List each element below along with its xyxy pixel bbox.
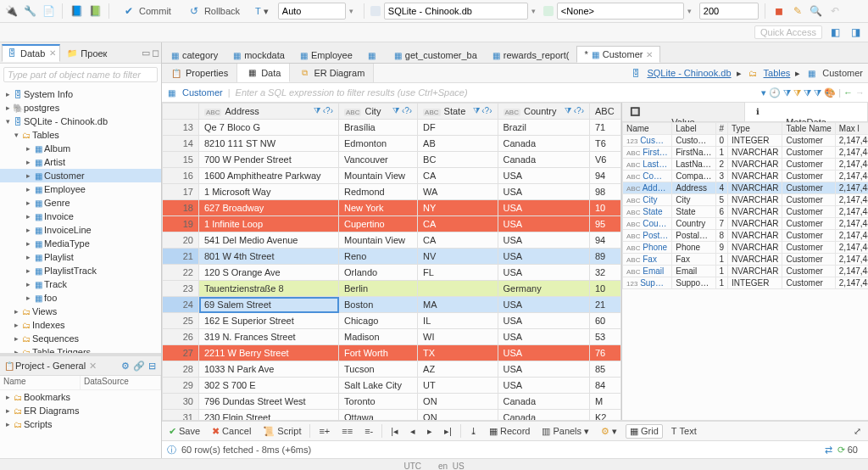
meta-row[interactable]: ABC Add…Address4NVARCHARCustomer2,147,48…: [623, 182, 869, 194]
table-row[interactable]: 13Qe 7 Bloco GBrasíliaDFBrazil71: [163, 120, 621, 136]
stop-icon[interactable]: ◼: [771, 3, 787, 19]
meta-row[interactable]: ABC First…FirstNa…1NVARCHARCustomer2,147…: [623, 147, 869, 159]
projects-tab[interactable]: 📁Проек: [62, 44, 111, 62]
navigator-filter-input[interactable]: Type part of object name to filter: [3, 67, 158, 82]
editor-tab-1[interactable]: ▦mockdata: [225, 47, 292, 63]
project-item-er-diagrams[interactable]: ▸🗂ER Diagrams: [0, 404, 161, 417]
minimize-icon[interactable]: ▭: [142, 48, 150, 59]
nav-next-icon[interactable]: ▸: [424, 425, 436, 438]
close-icon[interactable]: ✕: [49, 48, 56, 58]
meta-row[interactable]: ABC Cou…Country7NVARCHARCustomer2,147,48…: [623, 218, 869, 230]
meta-row[interactable]: 123 Cus…Custo…0INTEGERCustomer2,147,483: [623, 135, 869, 147]
tree-table-genre[interactable]: ▸▦Genre: [0, 196, 161, 210]
nav-back-icon[interactable]: ←: [843, 87, 853, 98]
table-row[interactable]: 25162 E Superior StreetChicagoILUSA60: [163, 313, 621, 329]
refresh-rows-icon[interactable]: ⟳ 60: [832, 445, 863, 456]
meta-row[interactable]: ABC CityCity5NVARCHARCustomer2,147,483: [623, 194, 869, 206]
script-button[interactable]: 📜Script: [259, 425, 304, 438]
meta-row[interactable]: ABC EmailEmail1NVARCHARCustomer2,147,483: [623, 266, 869, 277]
tree-table-customer[interactable]: ▸▦Customer: [0, 169, 161, 182]
nav-prev-icon[interactable]: ◂: [407, 425, 419, 438]
sub-tab-er-diagram[interactable]: ⧉ER Diagram: [290, 64, 374, 82]
schema-selector[interactable]: ▾: [543, 3, 696, 20]
tree-table-invoiceline[interactable]: ▸▦InvoiceLine: [0, 223, 161, 237]
edit-row-icon[interactable]: ≡+: [315, 425, 333, 437]
tree-table-playlisttrack[interactable]: ▸▦PlaylistTrack: [0, 264, 161, 277]
sql-filter-input[interactable]: Enter a SQL expression to filter results…: [236, 87, 468, 98]
metadata-grid[interactable]: NameLabel#TypeTable NameMax l 123 Cus…Cu…: [622, 122, 868, 289]
breadcrumb-tables[interactable]: Tables: [764, 68, 791, 78]
close-icon[interactable]: ✕: [89, 361, 97, 372]
colors-icon[interactable]: 🎨: [824, 87, 836, 98]
table-row[interactable]: 30796 Dundas Street WestTorontoONCanadaM: [163, 394, 621, 410]
editor-tab-5[interactable]: ▦rewards_report(: [485, 47, 577, 63]
nav-fwd-icon[interactable]: →: [855, 87, 865, 98]
nav-last-icon[interactable]: ▸|: [441, 425, 455, 438]
table-row[interactable]: 23Tauentzienstraße 8BerlinGermany10: [163, 281, 621, 297]
open-sql-editor-icon[interactable]: 📘: [69, 3, 84, 19]
text-mode-button[interactable]: TText: [668, 425, 700, 437]
quick-access-input[interactable]: Quick Access: [754, 25, 822, 39]
editor-tab-6[interactable]: ▦Customer✕: [576, 46, 660, 63]
scroll-lock-icon[interactable]: ⇄: [825, 445, 832, 456]
sub-tab-properties[interactable]: 📋Properties: [162, 64, 237, 82]
meta-row[interactable]: ABC PhonePhone9NVARCHARCustomer2,147,483: [623, 242, 869, 254]
apply-filter-icon[interactable]: ▾: [761, 87, 766, 98]
collapse-icon[interactable]: ⊟: [147, 361, 158, 372]
project-item-bookmarks[interactable]: ▸🗂Bookmarks: [0, 390, 161, 404]
table-row[interactable]: 148210 111 ST NWEdmontonABCanadaT6: [163, 136, 621, 152]
column-header-state[interactable]: ABCState⧩ ‹?›: [418, 104, 498, 120]
column-header-city[interactable]: ABCCity⧩ ‹?›: [339, 104, 418, 120]
editor-tab-0[interactable]: ▦category: [164, 47, 225, 63]
open-script-icon[interactable]: 📗: [87, 3, 103, 19]
revert-icon[interactable]: ↶: [827, 3, 843, 19]
close-icon[interactable]: ✕: [646, 50, 653, 59]
filter-custom-icon[interactable]: ⧩: [793, 87, 801, 98]
search-icon[interactable]: 🔍: [809, 3, 824, 19]
filter-refresh-icon[interactable]: ⧩: [814, 87, 821, 98]
project-item-scripts[interactable]: ▸🗂Scripts: [0, 417, 161, 431]
sub-tab-data[interactable]: ▦Data: [237, 64, 290, 82]
tree-table-employee[interactable]: ▸▦Employee: [0, 182, 161, 196]
cancel-button[interactable]: ✖Cancel: [209, 425, 254, 438]
column-header-extra[interactable]: ABC: [590, 104, 621, 120]
history-icon[interactable]: 🕘: [769, 87, 781, 98]
maximize-icon[interactable]: ◻: [152, 48, 159, 59]
database-selector[interactable]: ▾: [370, 3, 540, 20]
new-sql-icon[interactable]: 📄: [41, 3, 56, 19]
column-header-country[interactable]: ABCCountry⧩ ‹?›: [498, 104, 590, 120]
table-row[interactable]: 18627 BroadwayNew YorkNYUSA10: [163, 200, 621, 216]
meta-row[interactable]: ABC Last…LastNa…2NVARCHARCustomer2,147,4…: [623, 159, 869, 171]
nav-first-icon[interactable]: |◂: [387, 425, 402, 438]
database-navigator-tab[interactable]: 🗄Datab✕: [2, 44, 60, 62]
meta-row[interactable]: 123 Sup…Suppo…1INTEGERCustomer2,147,483: [623, 277, 869, 289]
settings-icon[interactable]: ⚙▾: [598, 425, 620, 438]
column-header-address[interactable]: ABCAddress⧩ ‹?›: [199, 104, 339, 120]
database-tree[interactable]: ▸🗄System Info ▸🐘postgres ▾🗄SQLite - Chin…: [0, 86, 161, 353]
table-row[interactable]: 31230 Elgin StreetOttawaONCanadaK2: [163, 410, 621, 421]
table-row[interactable]: 29302 S 700 ESalt Lake CityUTUSA84: [163, 378, 621, 394]
refresh-icon[interactable]: ✎: [790, 3, 805, 19]
table-row[interactable]: 22120 S Orange AveOrlandoFLUSA32: [163, 265, 621, 281]
filter-clear-icon[interactable]: ⧩: [804, 87, 811, 98]
table-row[interactable]: 191 Infinite LoopCupertinoCAUSA95: [163, 216, 621, 232]
meta-row[interactable]: ABC Post…Postal…8NVARCHARCustomer2,147,4…: [623, 230, 869, 242]
export-icon[interactable]: ⤓: [466, 425, 481, 438]
perspective-icon-2[interactable]: ◨: [848, 25, 863, 40]
table-row[interactable]: 21801 W 4th StreetRenoNVUSA89: [163, 249, 621, 265]
tree-table-invoice[interactable]: ▸▦Invoice: [0, 210, 161, 223]
editor-tab-3[interactable]: ▦: [360, 48, 387, 63]
panels-dropdown[interactable]: ▥Panels ▾: [538, 425, 593, 438]
tree-table-album[interactable]: ▸▦Album: [0, 142, 161, 155]
table-row[interactable]: 15700 W Pender StreetVancouverBCCanadaV6: [163, 152, 621, 168]
commit-button[interactable]: ✔Commit: [115, 1, 177, 21]
breadcrumb-db[interactable]: SQLite - Chinook.db: [647, 68, 731, 78]
new-connection-icon[interactable]: 🔌: [3, 3, 19, 19]
tree-table-artist[interactable]: ▸▦Artist: [0, 155, 161, 169]
row-limit-input[interactable]: [699, 3, 759, 20]
grid-mode-button[interactable]: ▦Grid: [626, 424, 663, 439]
data-grid[interactable]: ABCAddress⧩ ‹?›ABCCity⧩ ‹?›ABCState⧩ ‹?›…: [162, 103, 621, 420]
save-button[interactable]: ✔Save: [165, 425, 203, 438]
meta-row[interactable]: ABC StateState6NVARCHARCustomer2,147,483: [623, 206, 869, 218]
duplicate-row-icon[interactable]: ≡≡: [338, 425, 356, 437]
